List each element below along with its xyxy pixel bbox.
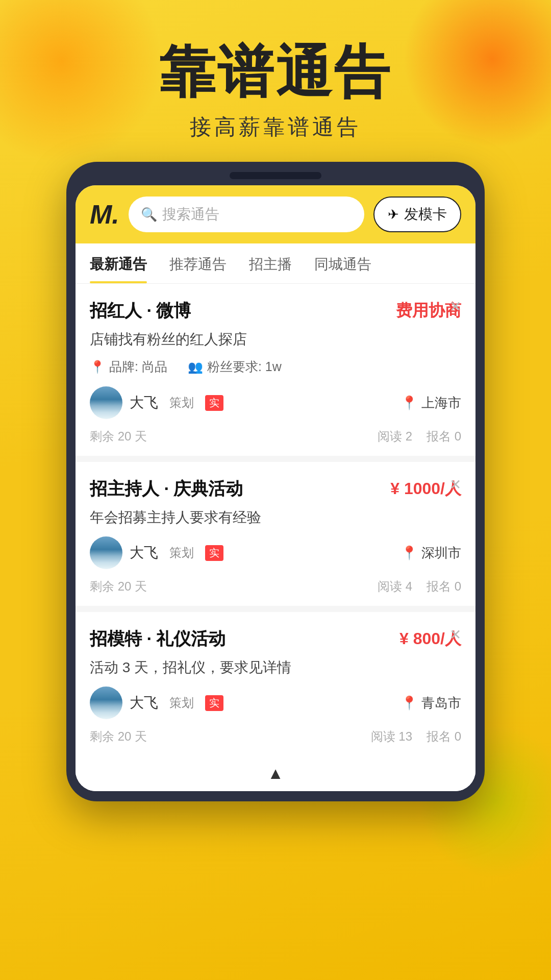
phone-screen: M. 🔍 搜索通告 ✈ 发模卡 最新通告 推荐通告 招主播 同城通告 xyxy=(76,185,475,791)
phone-notch-area xyxy=(76,172,475,179)
cards-container: ✕ 招红人 · 微博 费用协商 店铺找有粉丝的红人探店 📍 品牌: 尚品 👥 xyxy=(76,284,475,791)
fans-text-1: 粉丝要求: 1w xyxy=(207,358,282,375)
hero-section: 靠谱通告 接高薪靠谱通告 xyxy=(0,0,551,162)
avatar-3 xyxy=(90,687,122,719)
card-stats-2: 阅读 4 报名 0 xyxy=(378,578,461,595)
close-button-3[interactable]: ✕ xyxy=(449,626,461,643)
card-title-row-3: 招模特 · 礼仪活动 ¥ 800/人 xyxy=(90,627,461,651)
phone-notch xyxy=(230,172,321,179)
scroll-up-icon: ▲ xyxy=(267,764,284,782)
reads-1: 阅读 2 xyxy=(378,428,412,445)
card-title-row-2: 招主持人 · 庆典活动 ¥ 1000/人 xyxy=(90,477,461,501)
avatar-landscape-3 xyxy=(90,687,122,719)
poster-info-2: 大飞 策划 实 xyxy=(90,536,223,569)
card-meta-row-1: 📍 品牌: 尚品 👥 粉丝要求: 1w xyxy=(90,358,461,375)
card-bottom-row-2: 剩余 20 天 阅读 4 报名 0 xyxy=(90,578,461,595)
card-stats-3: 阅读 13 报名 0 xyxy=(371,728,461,745)
search-bar[interactable]: 🔍 搜索通告 xyxy=(129,197,364,232)
close-button-1[interactable]: ✕ xyxy=(449,298,461,315)
card-fans-1: 👥 粉丝要求: 1w xyxy=(188,358,282,375)
card-desc-2: 年会招募主持人要求有经验 xyxy=(90,508,461,527)
notice-card-3[interactable]: ✕ 招模特 · 礼仪活动 ¥ 800/人 活动 3 天，招礼仪，要求见详情 大飞… xyxy=(76,612,475,756)
hero-title: 靠谱通告 xyxy=(0,41,551,103)
verified-badge-2: 实 xyxy=(205,545,223,561)
applicants-3: 报名 0 xyxy=(427,728,461,745)
post-icon: ✈ xyxy=(388,207,399,223)
tab-streamer[interactable]: 招主播 xyxy=(249,243,292,283)
brand-text-1: 品牌: 尚品 xyxy=(109,358,167,375)
card-footer-1: 大飞 策划 实 📍 上海市 xyxy=(90,386,461,419)
poster-info-1: 大飞 策划 实 xyxy=(90,386,223,419)
applicants-1: 报名 0 xyxy=(427,428,461,445)
app-logo: M. xyxy=(90,199,119,230)
location-info-1: 📍 上海市 xyxy=(401,394,461,412)
reads-2: 阅读 4 xyxy=(378,578,412,595)
card-title-3: 招模特 · 礼仪活动 xyxy=(90,627,226,651)
fans-icon-1: 👥 xyxy=(188,360,203,374)
poster-name-2: 大飞 xyxy=(130,543,158,562)
location-info-3: 📍 青岛市 xyxy=(401,694,461,712)
poster-name-3: 大飞 xyxy=(130,693,158,713)
location-info-2: 📍 深圳市 xyxy=(401,544,461,562)
tab-local[interactable]: 同城通告 xyxy=(314,243,371,283)
remaining-1: 剩余 20 天 xyxy=(90,428,147,445)
location-text-1: 上海市 xyxy=(421,394,461,412)
card-stats-1: 阅读 2 报名 0 xyxy=(378,428,461,445)
location-icon-2: 📍 xyxy=(401,545,417,561)
card-brand-1: 📍 品牌: 尚品 xyxy=(90,358,167,375)
card-footer-3: 大飞 策划 实 📍 青岛市 xyxy=(90,687,461,719)
bottom-hint: ▲ xyxy=(76,756,475,791)
card-footer-2: 大飞 策划 实 📍 深圳市 xyxy=(90,536,461,569)
remaining-2: 剩余 20 天 xyxy=(90,578,147,595)
location-text-3: 青岛市 xyxy=(421,694,461,712)
poster-role-1: 策划 xyxy=(169,395,194,411)
post-button[interactable]: ✈ 发模卡 xyxy=(373,197,461,232)
applicants-2: 报名 0 xyxy=(427,578,461,595)
app-header: M. 🔍 搜索通告 ✈ 发模卡 xyxy=(76,185,475,243)
avatar-2 xyxy=(90,536,122,569)
avatar-1 xyxy=(90,386,122,419)
location-icon-3: 📍 xyxy=(401,695,417,711)
phone-wrapper: M. 🔍 搜索通告 ✈ 发模卡 最新通告 推荐通告 招主播 同城通告 xyxy=(0,162,551,801)
card-bottom-row-1: 剩余 20 天 阅读 2 报名 0 xyxy=(90,428,461,445)
card-desc-1: 店铺找有粉丝的红人探店 xyxy=(90,330,461,349)
location-text-2: 深圳市 xyxy=(421,544,461,562)
card-title-2: 招主持人 · 庆典活动 xyxy=(90,477,243,501)
tab-latest[interactable]: 最新通告 xyxy=(90,243,147,283)
poster-name-1: 大飞 xyxy=(130,393,158,412)
remaining-3: 剩余 20 天 xyxy=(90,728,147,745)
close-button-2[interactable]: ✕ xyxy=(449,476,461,493)
card-desc-3: 活动 3 天，招礼仪，要求见详情 xyxy=(90,658,461,677)
card-title-1: 招红人 · 微博 xyxy=(90,299,191,323)
search-icon: 🔍 xyxy=(141,207,157,223)
phone-outer: M. 🔍 搜索通告 ✈ 发模卡 最新通告 推荐通告 招主播 同城通告 xyxy=(66,162,485,801)
hero-subtitle: 接高薪靠谱通告 xyxy=(0,113,551,141)
notice-card-2[interactable]: ✕ 招主持人 · 庆典活动 ¥ 1000/人 年会招募主持人要求有经验 大飞 策… xyxy=(76,462,475,612)
brand-icon-1: 📍 xyxy=(90,360,105,374)
card-title-row-1: 招红人 · 微博 费用协商 xyxy=(90,299,461,323)
verified-badge-3: 实 xyxy=(205,695,223,711)
card-bottom-row-3: 剩余 20 天 阅读 13 报名 0 xyxy=(90,728,461,745)
location-icon-1: 📍 xyxy=(401,395,417,411)
poster-role-2: 策划 xyxy=(169,545,194,561)
avatar-landscape-1 xyxy=(90,386,122,419)
verified-badge-1: 实 xyxy=(205,395,223,411)
reads-3: 阅读 13 xyxy=(371,728,412,745)
notice-card-1[interactable]: ✕ 招红人 · 微博 费用协商 店铺找有粉丝的红人探店 📍 品牌: 尚品 👥 xyxy=(76,284,475,462)
avatar-landscape-2 xyxy=(90,536,122,569)
post-button-label: 发模卡 xyxy=(404,205,447,224)
poster-info-3: 大飞 策划 实 xyxy=(90,687,223,719)
tabs-bar: 最新通告 推荐通告 招主播 同城通告 xyxy=(76,243,475,284)
tab-recommended[interactable]: 推荐通告 xyxy=(169,243,227,283)
search-placeholder-text: 搜索通告 xyxy=(162,205,219,224)
poster-role-3: 策划 xyxy=(169,695,194,711)
